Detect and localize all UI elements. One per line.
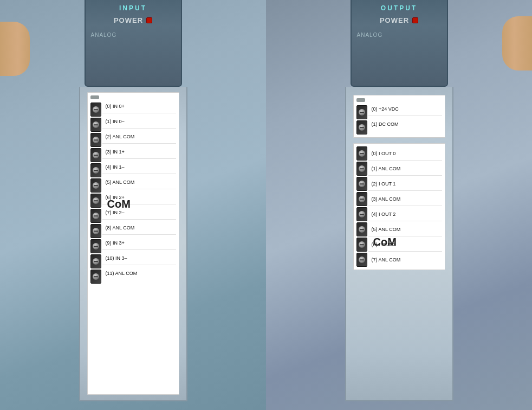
screw-4	[93, 167, 99, 174]
input-label-0: (0) IN 0+	[102, 99, 176, 113]
terminal-11[interactable]	[90, 270, 101, 284]
screw-3	[93, 152, 99, 158]
screw-10	[93, 258, 99, 265]
hand-left	[0, 22, 30, 76]
input-label-rows: (0) IN 0+ (1) IN 0– (2) ANL COM (3) IN 1…	[102, 95, 176, 392]
output-bottom-term-strip	[356, 146, 367, 267]
output-terminal-0[interactable]	[356, 105, 367, 119]
screw-5	[93, 182, 99, 189]
screw-0	[93, 106, 99, 113]
input-label-2: (2) ANL COM	[102, 130, 176, 144]
input-com-text: CoM	[107, 198, 131, 210]
terminal-5[interactable]	[90, 178, 101, 193]
hand-right	[502, 16, 532, 71]
output-power-label: POWER	[380, 16, 409, 24]
output-label-vdc: (0) +24 VDC	[368, 102, 442, 116]
output-terminal-b3[interactable]	[356, 192, 367, 206]
input-label-8: (8) ANL COM	[102, 221, 176, 235]
terminal-7[interactable]	[90, 209, 101, 223]
input-latch	[90, 95, 99, 99]
input-top-block: INPUT POWER ANALOG	[85, 0, 182, 87]
output-label-iout2: (4) I OUT 2	[368, 207, 442, 221]
output-terminal-b0[interactable]	[356, 146, 367, 161]
output-power-led	[412, 17, 418, 23]
output-sections-wrapper: (0) +24 VDC (1) DC COM	[353, 92, 445, 395]
screw-7	[93, 213, 99, 219]
output-body: (0) +24 VDC (1) DC COM	[345, 87, 453, 401]
input-body: (0) IN 0+ (1) IN 0– (2) ANL COM (3) IN 1…	[79, 87, 187, 401]
output-module: OUTPUT POWER ANALOG	[345, 0, 453, 401]
right-panel: OUTPUT POWER ANALOG	[266, 0, 532, 410]
input-module: INPUT POWER ANALOG	[79, 0, 187, 401]
screw-9	[93, 243, 99, 249]
output-screw-b1	[359, 165, 365, 172]
output-screw-b3	[359, 196, 365, 202]
output-analog-label: ANALOG	[357, 32, 383, 38]
input-label-9: (9) IN 3+	[102, 236, 176, 250]
screw-1	[93, 121, 99, 128]
output-type-label: OUTPUT	[381, 4, 417, 12]
output-label-anlcom1: (1) ANL COM	[368, 162, 442, 176]
main-container: INPUT POWER ANALOG	[0, 0, 532, 410]
output-bottom-label-card: (0) I OUT 0 (1) ANL COM (2) I OUT 1 (3) …	[353, 143, 445, 270]
input-label-4: (4) IN 1–	[102, 160, 176, 174]
output-label-anlcom7: (7) ANL COM	[368, 253, 442, 267]
output-terminal-b2[interactable]	[356, 177, 367, 191]
output-screw-0	[359, 109, 365, 116]
input-label-1: (1) IN 0–	[102, 114, 176, 129]
screw-8	[93, 228, 99, 234]
input-power-section: POWER	[114, 16, 152, 24]
left-panel: INPUT POWER ANALOG	[0, 0, 266, 410]
output-screw-1	[359, 124, 365, 131]
output-top-label-card: (0) +24 VDC (1) DC COM	[353, 95, 445, 138]
output-top-term-strip	[356, 98, 367, 134]
output-label-anlcom3: (3) ANL COM	[368, 192, 442, 206]
input-label-card: (0) IN 0+ (1) IN 0– (2) ANL COM (3) IN 1…	[87, 92, 179, 395]
input-label-5: (5) ANL COM	[102, 175, 176, 189]
output-top-label-rows: (0) +24 VDC (1) DC COM	[368, 98, 442, 134]
input-label-10: (10) IN 3–	[102, 251, 176, 265]
output-terminal-b5[interactable]	[356, 222, 367, 236]
output-screw-b5	[359, 226, 365, 233]
output-screw-b6	[359, 241, 365, 248]
output-label-iout1: (2) I OUT 1	[368, 177, 442, 191]
output-terminal-b4[interactable]	[356, 207, 367, 221]
output-label-dccom: (1) DC COM	[368, 117, 442, 131]
output-bottom-label-rows: (0) I OUT 0 (1) ANL COM (2) I OUT 1 (3) …	[368, 146, 442, 267]
output-terminal-b1[interactable]	[356, 162, 367, 176]
input-terminal-strip	[90, 95, 101, 392]
terminal-4[interactable]	[90, 163, 101, 177]
output-top-block: OUTPUT POWER ANALOG	[351, 0, 448, 87]
input-type-label: INPUT	[119, 4, 147, 12]
output-screw-b2	[359, 181, 365, 187]
output-label-iout0: (0) I OUT 0	[368, 146, 442, 161]
output-screw-b7	[359, 257, 365, 263]
screw-11	[93, 273, 99, 280]
input-label-3: (3) IN 1+	[102, 145, 176, 159]
input-power-label: POWER	[114, 16, 143, 24]
output-com-text: CoM	[373, 236, 397, 248]
terminal-6[interactable]	[90, 194, 101, 208]
screw-6	[93, 197, 99, 204]
terminal-8[interactable]	[90, 224, 101, 238]
output-terminal-1[interactable]	[356, 120, 367, 134]
screw-2	[93, 137, 99, 143]
terminal-0[interactable]	[90, 102, 101, 117]
terminal-3[interactable]	[90, 148, 101, 162]
terminal-1[interactable]	[90, 118, 101, 132]
output-terminal-b6[interactable]	[356, 238, 367, 252]
terminal-10[interactable]	[90, 254, 101, 268]
input-analog-label: ANALOG	[91, 32, 117, 38]
input-power-led	[146, 17, 152, 23]
terminal-9[interactable]	[90, 239, 101, 253]
output-latch	[356, 98, 365, 102]
terminal-2[interactable]	[90, 133, 101, 147]
output-terminal-b7[interactable]	[356, 253, 367, 267]
output-label-anlcom5: (5) ANL COM	[368, 222, 442, 236]
output-screw-b4	[359, 211, 365, 217]
input-label-11: (11) ANL COM	[102, 266, 176, 280]
output-screw-b0	[359, 150, 365, 157]
output-power-section: POWER	[380, 16, 418, 24]
